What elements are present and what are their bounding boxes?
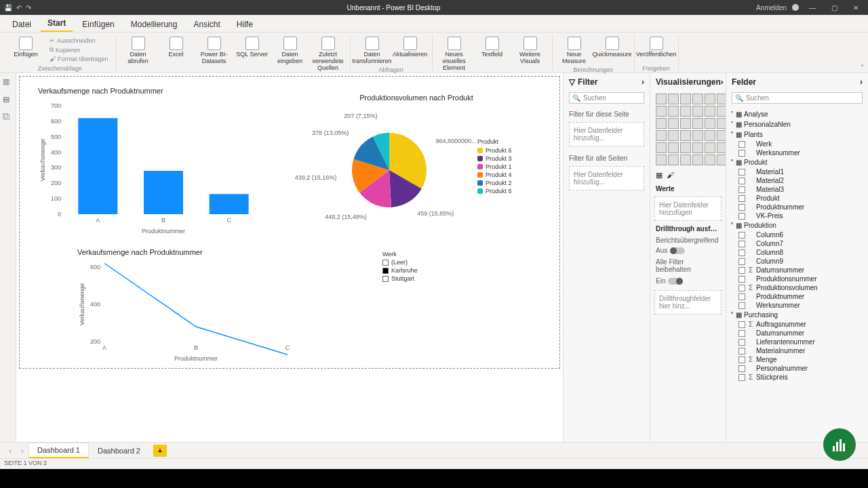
- field-row[interactable]: ΣStückpreis: [729, 373, 865, 382]
- field-row[interactable]: ΣMenge: [729, 355, 865, 364]
- viz-type-icon[interactable]: [692, 106, 703, 117]
- field-row[interactable]: Produktionsnummer: [729, 274, 865, 283]
- table-row[interactable]: ˅▦Produktion: [729, 220, 865, 230]
- table-row[interactable]: ˅▦Purchasing: [729, 310, 865, 320]
- field-row[interactable]: Datumsnummer: [729, 329, 865, 338]
- viz-type-icon[interactable]: [680, 94, 691, 104]
- viz-type-icon[interactable]: [692, 130, 703, 141]
- filter-search[interactable]: 🔍Suchen: [569, 92, 644, 104]
- undo-icon[interactable]: ↶: [16, 4, 22, 12]
- viz-type-icon[interactable]: [656, 155, 667, 165]
- tab-view[interactable]: Ansicht: [186, 17, 226, 32]
- field-row[interactable]: Material3: [729, 185, 865, 194]
- login-link[interactable]: Anmelden: [756, 4, 787, 12]
- ribbon-button[interactable]: Neues visuelles Element: [437, 35, 472, 73]
- filter-all-drop[interactable]: Hier Datenfelder hinzufüg...: [569, 166, 644, 190]
- tab-modeling[interactable]: Modellierung: [124, 17, 184, 32]
- viz-type-icon[interactable]: [692, 142, 703, 153]
- collapse-icon[interactable]: ›: [721, 77, 724, 87]
- fields-search[interactable]: 🔍Suchen: [732, 92, 863, 104]
- avatar[interactable]: [792, 4, 799, 11]
- page-tab-2[interactable]: Dashboard 2: [89, 443, 149, 458]
- ribbon-button[interactable]: Zuletzt verwendete Quellen: [311, 35, 346, 73]
- field-row[interactable]: Personalnummer: [729, 364, 865, 373]
- report-canvas[interactable]: Verkaufsmenge nach Produktnummer 0100200…: [16, 73, 563, 442]
- tab-help[interactable]: Hilfe: [230, 17, 260, 32]
- table-row[interactable]: ˃▦Analyse: [729, 109, 865, 119]
- viz-type-icon[interactable]: [656, 130, 667, 141]
- close-button[interactable]: ✕: [848, 1, 864, 14]
- ribbon-button[interactable]: Daten transformieren: [355, 35, 390, 66]
- field-row[interactable]: ΣProduktionsvolumen: [729, 283, 865, 292]
- bar-chart[interactable]: Verkaufsmenge nach Produktnummer 0100200…: [38, 87, 282, 243]
- values-drop[interactable]: Hier Datenfelder hinzufügen: [654, 197, 722, 221]
- tab-start[interactable]: Start: [41, 16, 73, 32]
- viz-type-icon[interactable]: [692, 94, 703, 104]
- pie-chart[interactable]: Produktionsvolumen nach Produkt 964,8000…: [288, 94, 545, 236]
- ribbon-button[interactable]: Aktualisieren: [393, 35, 428, 60]
- line-chart[interactable]: Verkaufsmenge nach Produktnummer 2004006…: [77, 248, 308, 363]
- viz-type-icon[interactable]: [680, 130, 691, 141]
- ribbon-button[interactable]: Daten eingeben: [273, 35, 308, 66]
- field-row[interactable]: Materialnummer: [729, 346, 865, 355]
- maximize-button[interactable]: ▢: [826, 1, 842, 14]
- save-icon[interactable]: 💾: [4, 4, 12, 12]
- field-row[interactable]: ΣAuftragsnummer: [729, 320, 865, 329]
- page-tab-1[interactable]: Dashboard 1: [28, 443, 89, 458]
- viz-type-icon[interactable]: [680, 142, 691, 153]
- field-row[interactable]: Column9: [729, 257, 865, 266]
- field-row[interactable]: Werksnummer: [729, 301, 865, 310]
- field-row[interactable]: Produktnummer: [729, 292, 865, 301]
- help-badge[interactable]: [823, 428, 856, 461]
- ribbon-button[interactable]: Quickmeasure: [595, 35, 630, 60]
- ribbon-button[interactable]: SQL Server: [235, 35, 270, 60]
- redo-icon[interactable]: ↷: [26, 4, 31, 12]
- tab-insert[interactable]: Einfügen: [75, 17, 121, 32]
- collapse-icon[interactable]: ›: [860, 77, 863, 87]
- file-menu[interactable]: Datei: [5, 17, 38, 32]
- viz-type-icon[interactable]: [668, 94, 679, 104]
- field-row[interactable]: Column8: [729, 248, 865, 257]
- viz-type-icon[interactable]: [656, 142, 667, 153]
- viz-type-icon[interactable]: [705, 155, 715, 165]
- viz-type-icon[interactable]: [705, 130, 715, 141]
- ribbon-button[interactable]: Power BI-Datasets: [197, 35, 232, 66]
- viz-type-icon[interactable]: [680, 106, 691, 117]
- cross-report-toggle[interactable]: Aus: [650, 245, 726, 256]
- field-row[interactable]: Lieferantennummer: [729, 338, 865, 346]
- minimize-button[interactable]: —: [804, 1, 821, 14]
- model-view-icon[interactable]: ⿻: [3, 113, 14, 123]
- data-view-icon[interactable]: ▤: [3, 95, 14, 106]
- viz-type-icon[interactable]: [668, 106, 679, 117]
- report-view-icon[interactable]: ▥: [3, 77, 14, 88]
- table-row[interactable]: ˃▦Personalzahlen: [729, 119, 865, 129]
- prev-page-icon[interactable]: ‹: [4, 445, 16, 457]
- ribbon-button[interactable]: Neue Measure: [557, 35, 592, 66]
- field-row[interactable]: Produkt: [729, 194, 865, 203]
- field-row[interactable]: VK-Preis: [729, 211, 865, 220]
- paste-button[interactable]: Einfügen: [8, 35, 43, 60]
- viz-type-icon[interactable]: [656, 106, 667, 117]
- viz-type-icon[interactable]: [705, 118, 715, 129]
- field-row[interactable]: Column6: [729, 230, 865, 239]
- next-page-icon[interactable]: ›: [16, 445, 28, 457]
- viz-type-icon[interactable]: [692, 155, 703, 165]
- viz-type-icon[interactable]: [705, 142, 715, 153]
- field-row[interactable]: Material1: [729, 167, 865, 176]
- field-row[interactable]: ΣDatumsnummer: [729, 266, 865, 274]
- ribbon-button[interactable]: Textfeld: [475, 35, 510, 60]
- add-page-button[interactable]: +: [153, 445, 167, 457]
- viz-type-icon[interactable]: [705, 106, 715, 117]
- viz-type-icon[interactable]: [656, 94, 667, 104]
- viz-type-icon[interactable]: [692, 118, 703, 129]
- viz-type-icon[interactable]: [668, 142, 679, 153]
- field-row[interactable]: Column7: [729, 239, 865, 248]
- viz-type-icon[interactable]: [656, 118, 667, 129]
- filter-page-drop[interactable]: Hier Datenfelder hinzufüg...: [569, 122, 644, 146]
- field-row[interactable]: Produktnummer: [729, 203, 865, 211]
- ribbon-button[interactable]: Weitere Visuals: [513, 35, 548, 66]
- collapse-ribbon-icon[interactable]: ˄: [861, 64, 864, 71]
- ribbon-button[interactable]: Daten abrufen: [121, 35, 156, 66]
- table-row[interactable]: ˅▦Plants: [729, 129, 865, 140]
- drillthrough-drop[interactable]: Drillthroughfelder hier hinz...: [654, 290, 722, 314]
